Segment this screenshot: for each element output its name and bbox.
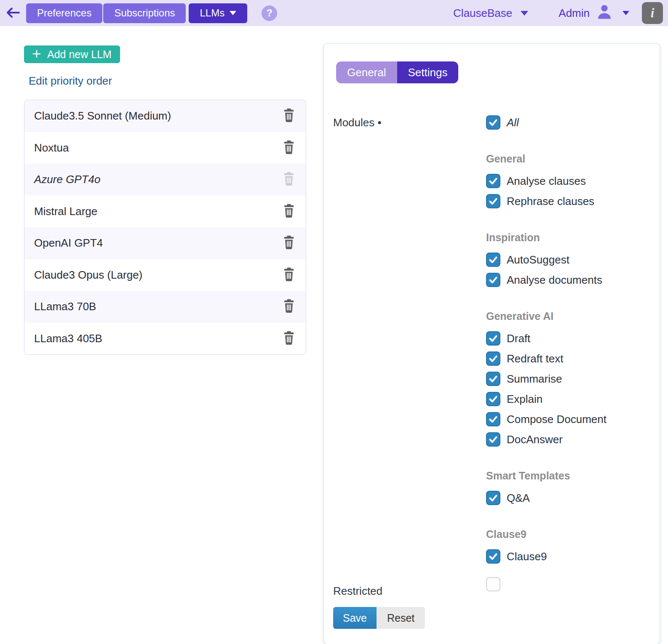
module-option-label: Summarise [507, 373, 562, 386]
delete-llm-button[interactable] [282, 235, 296, 251]
modules-label: Modules • [333, 115, 486, 564]
trash-icon [283, 331, 295, 346]
llm-row[interactable]: Noxtua [24, 132, 306, 164]
module-group-header: Smart Templates [486, 470, 651, 482]
form-actions: Save Reset [333, 607, 651, 629]
module-option-label: AutoSuggest [507, 253, 569, 266]
tab-settings[interactable]: Settings [397, 61, 459, 83]
llm-row[interactable]: Claude3.5 Sonnet (Medium) [24, 100, 306, 132]
user-avatar-icon [596, 3, 613, 24]
back-arrow-icon [6, 6, 20, 20]
nav-subscriptions-button[interactable]: Subscriptions [103, 3, 186, 23]
module-group: GeneralAnalyse clausesRephrase clauses [486, 153, 651, 208]
edit-priority-order-link[interactable]: Edit priority order [29, 75, 112, 88]
chevron-down-icon [521, 11, 528, 16]
llm-row[interactable]: Claude3 Opus (Large) [24, 259, 306, 291]
reset-button[interactable]: Reset [377, 607, 425, 629]
llm-settings-panel: General Settings Modules • AllGeneralAna… [323, 43, 660, 644]
trash-icon [283, 172, 295, 187]
llm-name: LLama3 70B [34, 300, 282, 313]
module-option-label: Draft [507, 332, 530, 345]
module-checkbox[interactable] [486, 273, 500, 287]
nav-preferences-button[interactable]: Preferences [26, 3, 102, 23]
module-checkbox[interactable] [486, 194, 500, 208]
save-button[interactable]: Save [333, 607, 377, 629]
delete-llm-button[interactable] [282, 108, 296, 124]
module-group: Generative AIDraftRedraft textSummariseE… [486, 310, 651, 447]
restricted-checkbox[interactable] [486, 577, 500, 591]
module-checkbox[interactable] [486, 331, 500, 346]
llm-row[interactable]: LLama3 405B [24, 323, 306, 355]
chevron-down-icon [230, 11, 236, 15]
delete-llm-button[interactable] [282, 203, 296, 219]
llm-row[interactable]: Mistral Large [24, 196, 306, 228]
module-checkbox[interactable] [486, 351, 500, 366]
add-new-llm-label: Add new LLM [47, 48, 112, 61]
back-button[interactable] [0, 0, 26, 26]
module-option-row: Explain [486, 392, 651, 406]
module-checkbox[interactable] [486, 174, 500, 188]
llm-name: Noxtua [34, 141, 282, 154]
module-option-row: Clause9 [486, 549, 651, 564]
module-group-header: Clause9 [486, 528, 651, 540]
settings-form: Modules • AllGeneralAnalyse clausesRephr… [333, 115, 651, 629]
module-group-header: Inspiration [486, 232, 651, 244]
trash-icon [283, 140, 295, 156]
module-option-row: All [486, 115, 651, 130]
llm-row[interactable]: OpenAI GPT4 [24, 227, 306, 259]
module-group: InspirationAutoSuggestAnalyse documents [486, 232, 651, 287]
org-switcher[interactable]: ClauseBase [453, 7, 528, 20]
delete-llm-button[interactable] [282, 140, 296, 156]
delete-llm-button[interactable] [282, 330, 296, 346]
tab-general[interactable]: General [336, 61, 397, 83]
add-new-llm-button[interactable]: Add new LLM [24, 45, 120, 63]
module-option-row: DocAnswer [486, 432, 651, 447]
info-button[interactable]: i [642, 2, 663, 24]
nav-preferences-label: Preferences [37, 7, 91, 19]
module-option-label: Redraft text [507, 352, 563, 365]
module-option-row: Analyse documents [486, 273, 651, 287]
llm-row[interactable]: Azure GPT4o [24, 164, 306, 196]
module-group-header: Generative AI [486, 310, 651, 322]
module-option-row: Redraft text [486, 351, 651, 366]
module-checkbox[interactable] [486, 392, 500, 406]
chevron-down-icon [623, 11, 629, 15]
module-checkbox[interactable] [486, 253, 500, 267]
restricted-label: Restricted [333, 584, 486, 598]
nav-llms-button[interactable]: LLMs [189, 3, 247, 23]
module-option-label: Compose Document [507, 413, 607, 426]
module-option-row: Compose Document [486, 412, 651, 426]
module-option-label: Analyse documents [507, 274, 602, 287]
module-checkbox[interactable] [486, 372, 500, 386]
module-checkbox[interactable] [486, 412, 500, 426]
modules-options: AllGeneralAnalyse clausesRephrase clause… [486, 115, 651, 564]
llm-name: Claude3 Opus (Large) [34, 269, 282, 282]
module-option-label: Explain [507, 393, 542, 406]
llm-name: LLama3 405B [34, 332, 282, 345]
llm-list: Claude3.5 Sonnet (Medium)NoxtuaAzure GPT… [24, 100, 306, 355]
trash-icon [283, 235, 295, 251]
llm-row[interactable]: LLama3 70B [24, 291, 306, 323]
delete-llm-button[interactable] [282, 299, 296, 315]
user-name: Admin [558, 7, 590, 20]
trash-icon [283, 204, 295, 219]
nav-llms-label: LLMs [200, 7, 224, 19]
module-option-row: Q&A [486, 491, 651, 505]
module-option-row: Draft [486, 331, 651, 346]
user-menu[interactable]: Admin [558, 3, 629, 24]
module-checkbox[interactable] [486, 491, 500, 505]
module-option-label: Clause9 [507, 550, 547, 563]
trash-icon [283, 108, 295, 124]
llm-name: Claude3.5 Sonnet (Medium) [34, 109, 282, 122]
restricted-control [486, 577, 651, 598]
module-option-label: Q&A [507, 492, 530, 505]
module-checkbox[interactable] [486, 115, 500, 130]
help-button[interactable]: ? [262, 5, 277, 21]
module-checkbox[interactable] [486, 549, 500, 564]
plus-icon [32, 48, 41, 61]
module-group-header: General [486, 153, 651, 165]
info-icon: i [651, 5, 655, 21]
module-option-row: AutoSuggest [486, 253, 651, 267]
module-checkbox[interactable] [486, 432, 500, 447]
delete-llm-button[interactable] [282, 267, 296, 283]
